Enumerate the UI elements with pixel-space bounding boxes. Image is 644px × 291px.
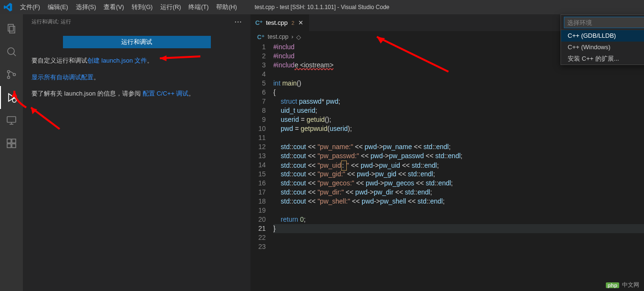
svg-point-4 — [8, 71, 10, 73]
explorer-icon[interactable] — [0, 17, 23, 40]
run-and-debug-button[interactable]: 运行和调试 — [63, 36, 211, 48]
code-lines[interactable]: #includ#includ#include <iostream>int mai… — [273, 43, 644, 251]
symbol-icon: ◇ — [296, 33, 301, 41]
picker-item[interactable]: C++ (Windows) — [561, 42, 644, 53]
titlebar: 文件(F)编辑(E)选择(S)查看(V)转到(G)运行(R)终端(T)帮助(H)… — [0, 0, 644, 14]
svg-line-3 — [13, 54, 16, 56]
cpp-file-icon: C⁺ — [257, 33, 265, 41]
menu-item[interactable]: 转到(G) — [128, 0, 156, 14]
menu-item[interactable]: 运行(R) — [156, 0, 185, 14]
menu-item[interactable]: 文件(F) — [16, 0, 44, 14]
picker-item[interactable]: 安装 C++ 的扩展... — [561, 53, 644, 65]
activity-bar — [0, 14, 23, 291]
menu-item[interactable]: 选择(S) — [72, 0, 100, 14]
editor-area: C⁺ test.cpp 2 ✕ C⁺ test.cpp › ◇ 12345678… — [250, 14, 644, 291]
create-launch-json-link[interactable]: 创建 launch.json 文件 — [87, 57, 147, 64]
svg-point-5 — [8, 76, 10, 79]
tab-test-cpp[interactable]: C⁺ test.cpp 2 ✕ — [250, 14, 310, 31]
svg-marker-7 — [9, 94, 14, 101]
chevron-right-icon: › — [291, 33, 293, 40]
code-editor[interactable]: 1234567891011121314151617181920212223 #i… — [250, 43, 644, 251]
svg-rect-9 — [7, 117, 16, 122]
remote-explorer-icon[interactable] — [0, 109, 23, 132]
tab-dirty-indicator: 2 — [291, 20, 294, 26]
environment-picker: C++ (GDB/LLDB)C++ (Windows)安装 C++ 的扩展... — [561, 14, 644, 65]
more-icon[interactable]: ⋯ — [234, 17, 242, 26]
sidebar-run-debug: 运行和调试: 运行 ⋯ 运行和调试 要自定义运行和调试创建 launch.jso… — [23, 14, 250, 291]
svg-rect-1 — [10, 26, 15, 33]
menu-item[interactable]: 终端(T) — [185, 0, 212, 14]
svg-point-2 — [8, 48, 14, 54]
svg-rect-0 — [8, 24, 13, 31]
sidebar-text-2: 显示所有自动调试配置。 — [31, 72, 242, 84]
menu-item[interactable]: 帮助(H) — [212, 0, 240, 14]
menu-item[interactable]: 查看(V) — [100, 0, 128, 14]
tab-label: test.cpp — [266, 19, 288, 26]
search-icon[interactable] — [0, 40, 23, 63]
close-icon[interactable]: ✕ — [297, 18, 304, 27]
sidebar-text-1: 要自定义运行和调试创建 launch.json 文件。 — [31, 55, 242, 67]
run-debug-icon[interactable] — [0, 86, 23, 109]
picker-item[interactable]: C++ (GDB/LLDB) — [561, 30, 644, 42]
svg-point-8 — [12, 98, 16, 102]
configure-cpp-debug-link[interactable]: 配置 C/C++ 调试 — [143, 90, 189, 97]
svg-point-6 — [13, 74, 16, 76]
cpp-file-icon: C⁺ — [255, 19, 263, 26]
svg-rect-14 — [7, 144, 11, 148]
svg-rect-13 — [12, 139, 16, 143]
sidebar-title: 运行和调试: 运行 — [31, 18, 71, 25]
svg-rect-12 — [7, 139, 11, 143]
menu-item[interactable]: 编辑(E) — [44, 0, 72, 14]
watermark: php 中文网 — [606, 281, 639, 289]
picker-input[interactable] — [564, 17, 644, 28]
sidebar-text-3: 要了解有关 launch.json 的信息，请参阅 配置 C/C++ 调试。 — [31, 88, 242, 100]
menubar: 文件(F)编辑(E)选择(S)查看(V)转到(G)运行(R)终端(T)帮助(H) — [16, 0, 241, 14]
source-control-icon[interactable] — [0, 63, 23, 86]
show-auto-debug-configs-link[interactable]: 显示所有自动调试配置 — [31, 74, 93, 81]
vscode-logo-icon — [0, 3, 16, 11]
line-number-gutter: 1234567891011121314151617181920212223 — [250, 43, 273, 251]
extensions-icon[interactable] — [0, 132, 23, 155]
svg-rect-15 — [12, 144, 16, 148]
